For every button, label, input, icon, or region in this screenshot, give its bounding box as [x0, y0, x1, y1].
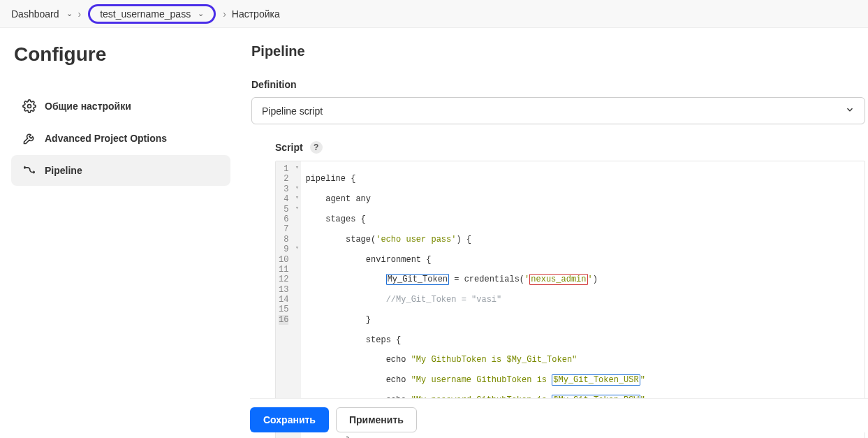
sidebar-item-label: Advanced Project Options [45, 133, 167, 144]
sidebar-item-general[interactable]: Общие настройки [11, 91, 230, 122]
breadcrumb-separator: › [223, 8, 226, 20]
help-icon[interactable]: ? [310, 141, 323, 154]
sidebar-item-label: Pipeline [45, 165, 82, 176]
sidebar-item-label: Общие настройки [45, 101, 131, 112]
apply-button[interactable]: Применить [336, 407, 417, 432]
editor-fold-column: ▾▾▾ ▾ ▾ [293, 161, 301, 438]
editor-code[interactable]: pipeline { agent any stages { stage('ech… [301, 161, 865, 438]
page-title: Configure [14, 43, 230, 66]
button-label: Применить [349, 414, 404, 425]
wrench-icon [22, 131, 36, 145]
sidebar: Configure Общие настройки Advanced Proje… [0, 28, 237, 438]
breadcrumb: Dashboard ⌄ › test_username_pass ⌄ › Нас… [0, 0, 868, 28]
highlight-var: My_Git_Token [386, 274, 449, 285]
svg-point-0 [28, 105, 31, 108]
script-editor[interactable]: 1234 5678 9101112 13141516 ▾▾▾ ▾ ▾ pipel… [275, 161, 865, 438]
gear-icon [22, 99, 36, 113]
breadcrumb-label: Настройка [232, 8, 280, 20]
save-button[interactable]: Сохранить [250, 407, 329, 432]
breadcrumb-dashboard[interactable]: Dashboard ⌄ [11, 8, 73, 20]
content: Pipeline Definition Pipeline script Scri… [237, 28, 868, 438]
breadcrumb-job[interactable]: test_username_pass ⌄ [88, 4, 216, 24]
pipeline-icon [22, 163, 36, 177]
footer-actions: Сохранить Применить [250, 398, 868, 432]
definition-label: Definition [251, 79, 868, 90]
breadcrumb-page[interactable]: Настройка [232, 8, 280, 20]
sidebar-item-advanced[interactable]: Advanced Project Options [11, 123, 230, 154]
sidebar-item-pipeline[interactable]: Pipeline [11, 155, 230, 186]
definition-value: Pipeline script [262, 105, 323, 117]
chevron-down-icon: ⌄ [198, 9, 204, 18]
highlight-usr: $My_Git_Token_USR [552, 374, 640, 386]
breadcrumb-label: test_username_pass [100, 8, 191, 20]
highlight-cred: nexus_admin [529, 274, 587, 285]
breadcrumb-separator: › [78, 8, 82, 20]
chevron-down-icon [845, 105, 855, 117]
definition-select[interactable]: Pipeline script [251, 97, 865, 124]
editor-gutter: 1234 5678 9101112 13141516 [276, 161, 293, 438]
section-heading: Pipeline [251, 43, 868, 59]
button-label: Сохранить [263, 414, 316, 425]
breadcrumb-label: Dashboard [11, 8, 59, 20]
chevron-down-icon: ⌄ [66, 9, 73, 18]
script-label: Script [275, 142, 303, 153]
